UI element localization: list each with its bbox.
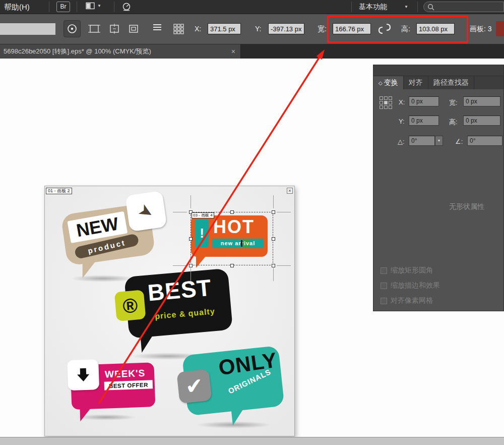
- document-tab[interactable]: 5698c26be2050 [转换].eps* @ 100% (CMYK/预览)…: [0, 44, 241, 59]
- grid-icon: [173, 23, 184, 34]
- artboard[interactable]: 01 - 画板 2 × ➤ NEW product: [44, 186, 295, 436]
- width-field[interactable]: [333, 23, 371, 34]
- panel-height-label: 高:: [449, 118, 458, 127]
- down-arrow-icon: [76, 366, 91, 384]
- tab-transform-label: 变换: [384, 78, 398, 87]
- checkbox-row-scale-strokes: 缩放描边和效果: [381, 281, 440, 290]
- crop-mark: [191, 268, 191, 281]
- panel-y-field[interactable]: 0 px: [409, 116, 439, 126]
- selection-handle[interactable]: [189, 264, 193, 267]
- clipped-panel-chip: [496, 21, 504, 36]
- search-input[interactable]: [436, 4, 496, 11]
- crop-mark: [277, 265, 291, 266]
- list-view-button[interactable]: [152, 23, 162, 32]
- panel-height-field[interactable]: 0 px: [463, 116, 500, 126]
- x-field-label: X:: [195, 25, 201, 33]
- gauge-button[interactable]: [121, 2, 132, 11]
- arrange-documents-button[interactable]: ▼: [86, 2, 101, 10]
- workspace-switcher[interactable]: 基本功能: [359, 3, 387, 12]
- new-product-badge[interactable]: ➤ NEW product: [59, 190, 175, 281]
- artboard-options-icon: [127, 23, 140, 34]
- artboard-move-icon: [88, 23, 101, 34]
- close-icon[interactable]: ×: [231, 44, 235, 59]
- menu-help[interactable]: 帮助(H): [4, 3, 30, 12]
- checkbox-row-align-pixel-grid: 对齐像素网格: [381, 296, 433, 305]
- crop-mark: [277, 212, 291, 212]
- menu-bar: 帮助(H) Br ▼ 基本功能 ▼: [0, 0, 504, 14]
- reference-point-grid[interactable]: [380, 96, 392, 109]
- menubar-separator: [49, 2, 49, 12]
- only-originals-badge[interactable]: ✔ ONLY ORIGINALS: [175, 343, 289, 430]
- panel-width-field[interactable]: 0 px: [463, 96, 500, 106]
- panel-width-label: 宽:: [449, 98, 458, 107]
- x-field[interactable]: [208, 23, 241, 34]
- panel-header-bar[interactable]: [373, 65, 503, 76]
- check-icon: ✔: [184, 375, 204, 398]
- rotate-dropdown-button[interactable]: ▼: [435, 136, 443, 146]
- pointer-icon: ➤: [135, 199, 157, 224]
- tab-pathfinder[interactable]: 路径查找器: [428, 76, 474, 89]
- document-tab-bar: 5698c26be2050 [转换].eps* @ 100% (CMYK/预览)…: [0, 44, 504, 59]
- bridge-button[interactable]: Br: [56, 2, 70, 12]
- center-reference-icon: [67, 23, 78, 34]
- checkbox-label: 对齐像素网格: [391, 296, 433, 305]
- panel-rotate-field[interactable]: 0°: [409, 136, 435, 146]
- weeks-offer-badge[interactable]: WEEK'S BEST OFFER: [67, 357, 160, 417]
- badge-corner-square: [67, 359, 99, 391]
- checkbox-row-scale-corners: 缩放矩形圆角: [381, 266, 433, 275]
- selection-handle[interactable]: [230, 210, 234, 214]
- best-badge[interactable]: ® BEST price & qualty: [113, 267, 237, 362]
- artboard-center-icon: [108, 23, 121, 34]
- checkbox-align-pixel-grid[interactable]: [381, 298, 387, 304]
- height-field[interactable]: [416, 23, 455, 34]
- grid-view-button[interactable]: [173, 23, 184, 34]
- badge-corner-square: ®: [114, 290, 146, 321]
- no-shape-properties-text: 无形状属性: [429, 202, 504, 211]
- document-tab-title: 5698c26be2050 [转换].eps* @ 100% (CMYK/预览): [4, 47, 151, 55]
- link-broken-icon: [377, 21, 392, 36]
- panel-shear-field[interactable]: 0°: [467, 136, 502, 146]
- badge-corner-square: ➤: [125, 191, 167, 232]
- artboard-options-button[interactable]: [127, 23, 140, 34]
- selection-handle[interactable]: [189, 237, 193, 241]
- horizontal-scrollbar-track[interactable]: [0, 437, 504, 445]
- speech-tail: [80, 408, 91, 422]
- checkbox-scale-corners[interactable]: [381, 267, 387, 274]
- selection-handle[interactable]: [272, 264, 275, 267]
- panel-cycle-icon: ◇: [379, 80, 383, 86]
- chevron-down-icon: ▼: [97, 4, 101, 8]
- panel-shear-label: ∠:: [455, 138, 463, 145]
- control-swatch-field[interactable]: [0, 23, 55, 35]
- y-field[interactable]: [268, 23, 304, 34]
- y-field-label: Y:: [255, 25, 261, 33]
- artboard-close-icon[interactable]: ×: [287, 188, 293, 194]
- artboard-move-button[interactable]: [88, 23, 101, 34]
- badge-title: BEST: [147, 274, 213, 307]
- selected-artboard-label: 03 - 画板 4: [192, 212, 214, 218]
- chevron-down-icon: ▼: [437, 139, 441, 142]
- tab-align-label: 对齐: [409, 78, 423, 87]
- badge-corner-square: ✔: [176, 369, 212, 404]
- link-dimensions-button[interactable]: [377, 21, 392, 36]
- panel-rotate-label: △:: [398, 138, 405, 145]
- tab-pathfinder-label: 路径查找器: [433, 78, 469, 87]
- selection-handle[interactable]: [272, 210, 275, 214]
- artboard-count-label: 画板: 3: [470, 25, 492, 34]
- selection-bounding-box: [191, 212, 273, 265]
- width-field-label: 宽:: [318, 25, 327, 34]
- speech-tail: [231, 409, 245, 425]
- checkbox-scale-strokes[interactable]: [381, 283, 387, 289]
- reference-point-button[interactable]: [64, 20, 81, 37]
- crop-mark: [173, 212, 187, 212]
- selection-handle[interactable]: [272, 237, 275, 241]
- artboard-center-button[interactable]: [108, 23, 121, 34]
- selection-handle[interactable]: [230, 264, 234, 267]
- search-box[interactable]: [423, 2, 504, 12]
- menubar-separator: [77, 2, 77, 12]
- panel-x-field[interactable]: 0 px: [409, 96, 439, 106]
- badge-subtitle-strip: BEST OFFER: [104, 380, 153, 390]
- checkbox-label: 缩放矩形圆角: [391, 266, 433, 275]
- tab-align[interactable]: 对齐: [404, 76, 428, 89]
- chevron-down-icon[interactable]: ▼: [404, 5, 408, 9]
- tab-transform[interactable]: ◇ 变换: [373, 76, 404, 89]
